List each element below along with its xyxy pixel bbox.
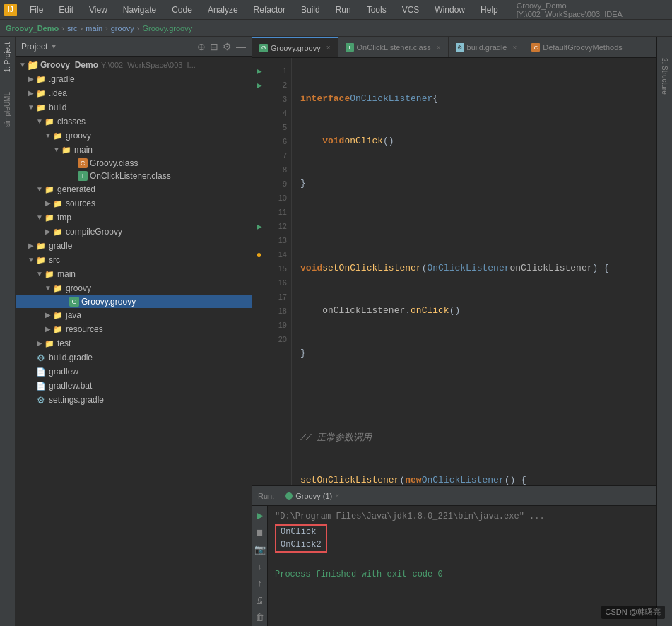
menu-build[interactable]: Build <box>298 4 323 16</box>
run-panel-tabs: Run: Groovy (1) × <box>252 486 656 506</box>
sidebar-label-simpleuml[interactable]: simpleUML <box>2 89 13 130</box>
tree-item-test[interactable]: ▶ 📁 test <box>16 336 252 350</box>
menu-view[interactable]: View <box>86 4 110 16</box>
tree-label: Groovy.groovy <box>81 297 136 307</box>
groovy-file-icon: G <box>69 297 79 307</box>
tree-item-java[interactable]: ▶ 📁 java <box>16 308 252 322</box>
run-download-button[interactable]: ↓ <box>254 560 266 572</box>
tree-arrow: ▼ <box>44 284 52 293</box>
tab-build-gradle[interactable]: ⚙ build.gradle × <box>449 37 525 57</box>
ln-14: 14 <box>271 247 287 261</box>
ln-20: 20 <box>271 332 287 346</box>
sidebar-label-project[interactable]: 1: Project <box>2 40 13 75</box>
run-panel-tab-groovy[interactable]: Groovy (1) × <box>280 490 345 502</box>
tree-item-gradle[interactable]: ▶ 📁 gradle <box>16 239 252 253</box>
tree-item-groovy-groovy[interactable]: ▶ G Groovy.groovy <box>16 295 252 308</box>
tab-close-icon[interactable]: × <box>512 44 517 52</box>
tab-close-icon[interactable]: × <box>326 44 331 52</box>
menu-analyze[interactable]: Analyze <box>205 4 241 16</box>
menu-tools[interactable]: Tools <box>364 4 389 16</box>
breadcrumb-file[interactable]: Groovy.groovy <box>142 24 192 33</box>
menu-code[interactable]: Code <box>169 4 195 16</box>
tree-item-idea[interactable]: ▶ 📁 .idea <box>16 86 252 100</box>
tree-item-groovy-src[interactable]: ▼ 📁 groovy <box>16 281 252 295</box>
tree-label: compileGroovy <box>66 227 122 237</box>
tree-arrow: ▶ <box>44 325 52 333</box>
tree-item-settings-gradle[interactable]: ▶ ⚙ settings.gradle <box>16 393 252 407</box>
tab-class-icon: I <box>346 43 354 52</box>
tree-item-classes[interactable]: ▼ 📁 classes <box>16 114 252 129</box>
gutter-line-15 <box>252 261 266 276</box>
menu-edit[interactable]: Edit <box>56 4 76 16</box>
menu-vcs[interactable]: VCS <box>399 4 423 16</box>
tree-item-main[interactable]: ▼ 📁 main <box>16 267 252 281</box>
run-trash-button[interactable]: 🗑 <box>254 610 266 623</box>
tab-default-groovy-methods[interactable]: C DefaultGroovyMethods <box>524 37 630 57</box>
tree-label: tmp <box>57 213 71 223</box>
menu-navigate[interactable]: Navigate <box>120 4 159 16</box>
tree-item-src[interactable]: ▼ 📁 src <box>16 253 252 267</box>
run-upload-button[interactable]: ↑ <box>254 577 266 589</box>
panel-settings-icon[interactable]: ⚙ <box>223 41 232 52</box>
run-play-button[interactable]: ▶ <box>254 509 266 521</box>
tree-item-sources[interactable]: ▶ 📁 sources <box>16 196 252 211</box>
breadcrumb-root[interactable]: Groovy_Demo <box>6 24 59 33</box>
tree-item-gradlew-bat[interactable]: ▶ 📄 gradlew.bat <box>16 379 252 393</box>
panel-sync-icon[interactable]: ⊕ <box>197 41 206 52</box>
tab-groovy-groovy[interactable]: G Groovy.groovy × <box>252 37 338 57</box>
menu-help[interactable]: Help <box>478 4 501 16</box>
tree-item-compile-groovy[interactable]: ▶ 📁 compileGroovy <box>16 225 252 239</box>
gutter-line-10 <box>252 191 266 205</box>
tree-item-groovy-demo[interactable]: ▼ 📁 Groovy_Demo Y:\002_WorkSpace\003_I..… <box>16 58 252 72</box>
menu-run[interactable]: Run <box>333 4 354 16</box>
ln-5: 5 <box>271 120 287 134</box>
tree-item-dotgradle[interactable]: ▶ 📁 .gradle <box>16 72 252 86</box>
sidebar-label-structure[interactable]: 2: Structure <box>661 58 668 95</box>
run-content: ▶ ⏹ 📷 ↓ ↑ 🖨 🗑 "D:\Program Files\Java\jdk… <box>252 506 656 626</box>
breadcrumb-src[interactable]: src <box>67 24 78 33</box>
tree-item-build-gradle[interactable]: ▶ ⚙ build.gradle <box>16 350 252 365</box>
tree-label: gradle <box>49 241 72 251</box>
panel-close-icon[interactable]: — <box>236 41 246 52</box>
tree-arrow: ▶ <box>44 199 52 208</box>
tree-item-tmp[interactable]: ▼ 📁 tmp <box>16 211 252 225</box>
menu-refactor[interactable]: Refactor <box>251 4 288 16</box>
tree-item-main-cls[interactable]: ▼ 📁 main <box>16 143 252 157</box>
right-sidebar: 2: Structure <box>656 37 672 626</box>
tree-arrow: ▶ <box>35 339 44 348</box>
tree-item-build[interactable]: ▼ 📁 build <box>16 100 252 114</box>
breadcrumb-main[interactable]: main <box>86 24 102 33</box>
folder-icon: 📁 <box>44 212 55 223</box>
run-onclick-text: OnClick <box>281 527 316 537</box>
tab-groovy-icon: G <box>259 44 268 52</box>
menu-file[interactable]: File <box>27 4 46 16</box>
panel-collapse-icon[interactable]: ⊟ <box>210 41 218 52</box>
breadcrumb-groovy[interactable]: groovy <box>111 24 134 33</box>
run-panel: Run: Groovy (1) × ▶ ⏹ 📷 ↓ ↑ 🖨 🗑 <box>252 485 656 626</box>
tree-item-gradlew[interactable]: ▶ 📄 gradlew <box>16 365 252 379</box>
run-tab-close-icon[interactable]: × <box>335 492 339 500</box>
ln-1: 1 <box>271 64 287 78</box>
code-content[interactable]: interface OnClickListener { void onClick… <box>292 58 656 485</box>
code-line-4 <box>300 219 648 233</box>
tree-label: gradlew <box>49 367 78 377</box>
run-camera-button[interactable]: 📷 <box>254 543 266 555</box>
tree-item-resources[interactable]: ▶ 📁 resources <box>16 322 252 336</box>
tab-close-icon[interactable]: × <box>437 44 441 52</box>
tree-item-groovy-cls[interactable]: ▼ 📁 groovy <box>16 129 252 143</box>
line-numbers: 1 2 3 4 5 6 7 8 9 10 11 12 13 14 15 16 1… <box>266 58 292 485</box>
tab-onclicklistener[interactable]: I OnClickListener.class × <box>338 37 449 57</box>
tree-item-onclicklistener-class[interactable]: ▶ I OnClickListener.class <box>16 170 252 182</box>
project-dropdown-icon[interactable]: ▼ <box>50 42 57 50</box>
run-stop-button[interactable]: ⏹ <box>254 526 266 538</box>
run-output-onclick: OnClick OnClick2 <box>275 524 649 553</box>
project-label: Project <box>21 42 47 52</box>
project-panel-header: Project ▼ ⊕ ⊟ ⚙ — <box>16 37 252 57</box>
tree-label: src <box>49 255 60 265</box>
tree-item-groovy-class[interactable]: ▶ C Groovy.class <box>16 157 252 170</box>
tree-item-generated[interactable]: ▼ 📁 generated <box>16 182 252 196</box>
ln-9: 9 <box>271 177 287 191</box>
run-print-button[interactable]: 🖨 <box>254 593 266 606</box>
tree-arrow: ▶ <box>44 311 52 319</box>
menu-window[interactable]: Window <box>432 4 468 16</box>
